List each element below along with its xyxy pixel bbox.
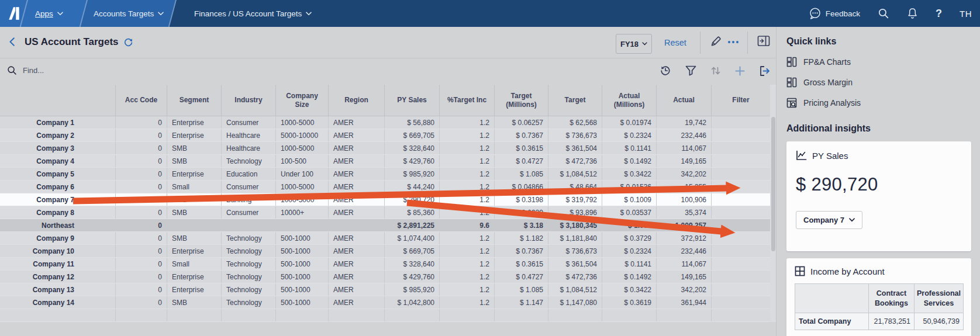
table-cell[interactable]: $ 44,240 [384,181,439,193]
row-label[interactable]: Company 3 [0,142,115,154]
table-cell[interactable]: 372,912 [656,232,711,244]
table-cell[interactable]: 500-1000 [275,271,328,283]
table-cell[interactable]: 1.2 [439,271,494,283]
table-cell[interactable]: 149,165 [656,271,711,283]
table-cell[interactable]: $ 0.4727 [494,155,548,167]
row-label[interactable]: Company 2 [0,129,115,141]
row-label[interactable]: Company 8 [0,206,115,219]
table-cell[interactable]: AMER [328,232,384,244]
table-cell[interactable] [711,168,770,180]
table-cell[interactable]: $ 0.04866 [494,181,548,193]
column-header[interactable] [0,85,115,116]
table-cell[interactable]: 342,202 [656,283,711,296]
table-cell[interactable]: 100,906 [656,193,711,206]
table-cell[interactable]: 500-1000 [275,245,328,257]
page-path-label[interactable]: Finances / US Account Targets [194,9,302,18]
column-header[interactable]: PY Sales [384,85,439,116]
table-cell[interactable]: $ 62,568 [548,116,602,129]
table-cell[interactable]: $ 0.1141 [602,142,656,154]
table-row[interactable]: Company 30SMBHealthcare1000-5000AMER$ 32… [0,142,776,155]
table-cell[interactable]: Enterprise [167,168,221,180]
table-cell[interactable]: Enterprise [167,116,221,129]
table-cell[interactable]: 0 [115,296,167,309]
table-cell[interactable]: 1.2 [439,193,494,206]
table-cell[interactable]: Consumer [221,181,275,193]
table-cell[interactable]: 1.2 [439,258,494,270]
column-header[interactable]: %Target Inc [439,85,494,116]
row-label[interactable]: Company 4 [0,155,115,167]
table-cell[interactable]: AMER [328,206,384,219]
table-cell[interactable]: 1.2 [439,116,494,129]
table-cell[interactable]: $ 3.18 [494,219,548,231]
table-cell[interactable]: $ 0.2324 [602,245,656,257]
table-cell[interactable] [711,129,770,141]
table-cell[interactable]: Technology [221,258,275,270]
table-cell[interactable]: $ 328,640 [384,258,439,270]
table-cell[interactable]: SMB [167,155,221,167]
table-cell[interactable] [711,155,770,167]
table-cell[interactable] [711,232,770,244]
table-cell[interactable]: $ 0.01536 [602,181,656,193]
table-cell[interactable]: $ 1,181,840 [548,232,602,244]
table-cell[interactable]: $ 1.182 [494,232,548,244]
table-cell[interactable] [711,296,770,309]
table-cell[interactable]: $ 0.3198 [494,193,548,206]
row-label[interactable]: Company 5 [0,168,115,180]
table-cell[interactable] [711,258,770,270]
table-cell[interactable]: $ 1,042,800 [384,296,439,309]
table-cell[interactable]: $ 472,736 [548,155,602,167]
nav-model-selector[interactable]: Accounts Targets [94,0,164,27]
table-cell[interactable]: 1000-5000 [275,181,328,193]
table-cell[interactable]: 15,355 [656,181,711,193]
row-label[interactable]: Company 6 [0,181,115,193]
table-cell[interactable] [711,283,770,296]
table-cell[interactable]: 1.2 [439,168,494,180]
table-cell[interactable]: $ 0.4727 [494,271,548,283]
table-cell[interactable]: $ 0.1492 [602,271,656,283]
table-cell[interactable]: Technology [221,232,275,244]
table-cell[interactable]: $ 0.3619 [602,296,656,309]
find-input[interactable] [23,66,151,75]
table-cell[interactable]: $ 0.3615 [494,258,548,270]
table-cell[interactable]: 1.2 [439,155,494,167]
column-header[interactable]: Industry [221,85,275,116]
table-row[interactable]: Company 10EnterpriseConsumer1000-5000AME… [0,116,776,129]
table-cell[interactable]: AMER [328,155,384,167]
table-cell[interactable]: $ 319,792 [548,193,602,206]
table-row[interactable]: Company 110SmallTechnology500-1000AMER$ … [0,258,776,271]
table-row[interactable]: Company 70SMBBanking1000-5000AMER$ 290,7… [0,193,776,206]
sort-icon[interactable] [710,65,721,76]
table-cell[interactable]: $ 0.3615 [494,142,548,154]
nav-page-selector[interactable]: Finances / US Account Targets [194,0,312,27]
table-cell[interactable]: $ 0.1492 [602,155,656,167]
table-cell[interactable]: 1.2 [439,206,494,219]
table-cell[interactable]: Education [221,168,275,180]
user-initials[interactable]: TH [960,9,972,19]
table-row[interactable]: Company 50EnterpriseEducationUnder 100AM… [0,168,776,181]
table-cell[interactable] [275,219,328,231]
table-cell[interactable]: $ 985,920 [384,168,439,180]
table-cell[interactable]: $ 985,920 [384,283,439,296]
table-cell[interactable]: 0 [115,155,167,167]
table-row[interactable]: Company 60SmallConsumer1000-5000AMER$ 44… [0,181,776,193]
table-cell[interactable]: $ 290,720 [384,193,439,206]
table-cell[interactable]: $ 736,673 [548,129,602,141]
table-cell[interactable]: $ 0.06257 [494,116,548,129]
table-cell[interactable]: $ 0.0939 [494,206,548,219]
py-sales-company-selector[interactable]: Company 7 [796,211,862,229]
table-cell[interactable] [711,245,770,257]
row-label[interactable]: Company 10 [0,245,115,257]
table-cell[interactable]: 0 [115,129,167,141]
table-cell[interactable]: AMER [328,193,384,206]
table-cell[interactable]: Technology [221,271,275,283]
table-cell[interactable]: SMB [167,142,221,154]
table-cell[interactable]: Technology [221,283,275,296]
table-cell[interactable] [328,219,384,231]
table-cell[interactable]: SMB [167,296,221,309]
table-cell[interactable]: $ 85,360 [384,206,439,219]
table-row[interactable]: Northeast0$ 2,891,2259.6$ 3.18$ 3,180,34… [0,219,776,232]
table-cell[interactable]: $ 56,880 [384,116,439,129]
table-cell[interactable]: Technology [221,155,275,167]
table-cell[interactable]: $ 429,760 [384,155,439,167]
table-cell[interactable]: $ 0.1009 [602,193,656,206]
